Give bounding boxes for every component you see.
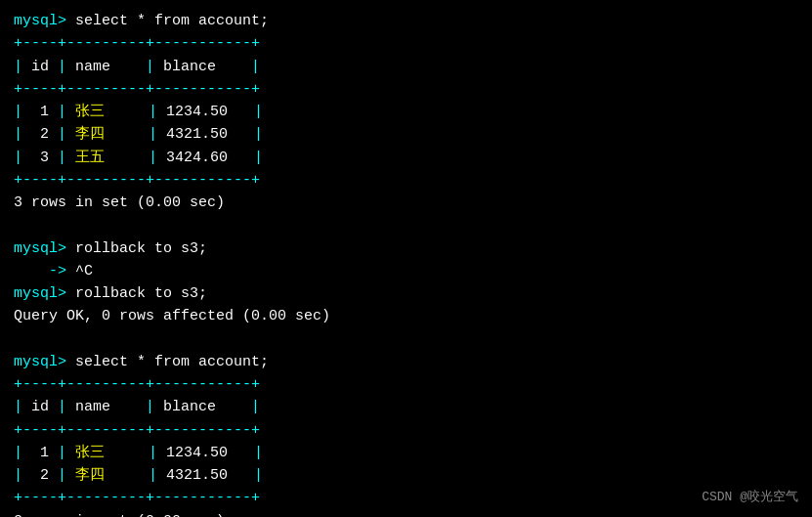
table-row-3a: | 3 | 王五 | 3424.60 | <box>14 147 798 169</box>
terminal-line-rollback1: mysql> rollback to s3; <box>14 237 798 260</box>
terminal-line-1: mysql> select * from account; <box>14 10 798 32</box>
table-row-2b: | 2 | 李四 | 4321.50 | <box>14 464 798 487</box>
result-1: 3 rows in set (0.00 sec) <box>14 192 798 214</box>
table-border-bot-1: +----+---------+-----------+ <box>14 169 798 192</box>
terminal-line-2: mysql> select * from account; <box>14 351 798 373</box>
table-border-top-1: +----+---------+-----------+ <box>14 32 798 55</box>
cmd-1: select * from account; <box>75 13 269 29</box>
query-ok-line: Query OK, 0 rows affected (0.00 sec) <box>14 305 798 327</box>
table-border-top-2: +----+---------+-----------+ <box>14 373 798 396</box>
terminal-line-continuation: -> ^C <box>14 260 798 282</box>
watermark: CSDN @咬光空气 <box>702 488 798 505</box>
table-header-2: | id | name | blance | <box>14 396 798 418</box>
terminal-window: mysql> select * from account; +----+----… <box>0 0 812 517</box>
terminal-line-rollback2: mysql> rollback to s3; <box>14 282 798 305</box>
result-2: 2 rows in set (0.00 sec) <box>14 510 798 518</box>
table-border-bot-2: +----+---------+-----------+ <box>14 487 798 509</box>
table-border-mid-2: +----+---------+-----------+ <box>14 419 798 442</box>
table-row-1a: | 1 | 张三 | 1234.50 | <box>14 101 798 123</box>
table-row-2a: | 2 | 李四 | 4321.50 | <box>14 123 798 146</box>
prompt-1: mysql> <box>14 13 75 29</box>
blank-2 <box>14 328 798 351</box>
blank-1 <box>14 214 798 237</box>
table-border-mid-1: +----+---------+-----------+ <box>14 78 798 101</box>
table-row-1b: | 1 | 张三 | 1234.50 | <box>14 442 798 464</box>
table-header-1: | id | name | blance | <box>14 56 798 78</box>
